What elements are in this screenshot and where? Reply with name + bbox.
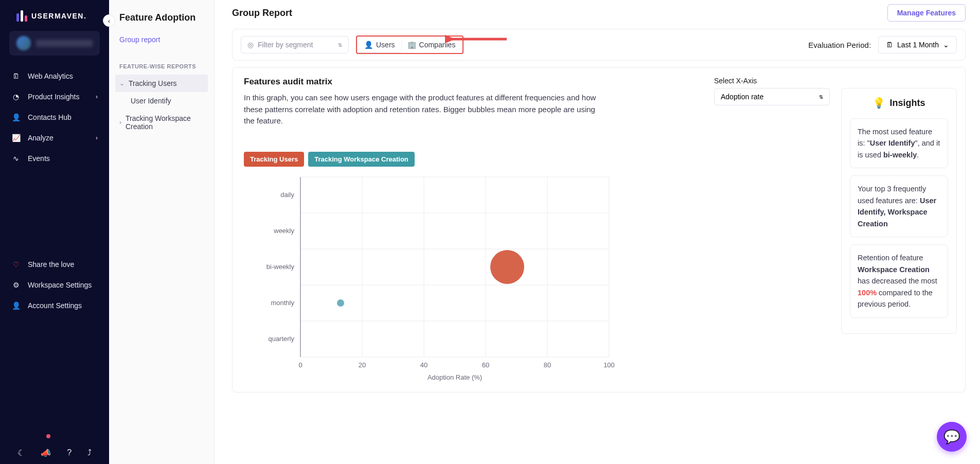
svg-point-26 [337, 299, 344, 307]
insight-card: Your top 3 frequently used features are:… [850, 175, 948, 237]
sec-item-tracking-users[interactable]: ⌄Tracking Users [115, 75, 208, 92]
secondary-sidebar: Feature Adoption Group report FEATURE-WI… [109, 0, 215, 464]
legend-tracking-workspace[interactable]: Tracking Workspace Creation [308, 152, 415, 167]
workspace-selector[interactable] [9, 31, 100, 56]
calendar-icon: 🗓 [11, 72, 21, 81]
updown-icon: ⇅ [338, 42, 342, 48]
legend-tracking-users[interactable]: Tracking Users [244, 152, 304, 167]
svg-text:100: 100 [603, 361, 615, 369]
chevron-down-icon: ⌄ [943, 41, 949, 49]
calendar-icon: 🗓 [886, 41, 893, 49]
chart-legend: Tracking Users Tracking Workspace Creati… [244, 152, 830, 167]
xaxis-select[interactable]: Adoption rate ⇅ [714, 88, 830, 105]
nav-web-analytics[interactable]: 🗓Web Analytics [0, 66, 109, 86]
target-icon: ◎ [247, 41, 254, 49]
page-title: Group Report [232, 8, 292, 19]
svg-text:0: 0 [298, 361, 302, 369]
svg-text:20: 20 [359, 361, 366, 369]
gear-icon: ⚙ [11, 280, 21, 290]
chevron-right-icon: › [119, 119, 121, 126]
svg-text:60: 60 [482, 361, 489, 369]
matrix-card: Features audit matrix In this graph, you… [232, 67, 966, 392]
theme-toggle-icon[interactable]: ☾ [17, 448, 25, 458]
section-heading: FEATURE-WISE REPORTS [115, 49, 208, 75]
user-icon: 👤 [364, 41, 373, 49]
svg-text:80: 80 [544, 361, 551, 369]
svg-text:daily: daily [280, 191, 294, 199]
collapse-sidebar-button[interactable]: ‹ [103, 14, 115, 27]
segment-filter[interactable]: ◎ Filter by segment ⇅ [241, 36, 349, 53]
evaluation-period-label: Evaluation Period: [808, 41, 871, 49]
account-icon: 👤 [11, 301, 21, 310]
help-icon[interactable]: ? [67, 448, 72, 458]
chat-icon: 💬 [943, 429, 960, 445]
xaxis-select-label: Select X-Axis [714, 77, 830, 85]
logout-icon[interactable]: ⤴ [87, 448, 92, 458]
logo-text: USERMAVEN. [31, 12, 86, 20]
updown-icon: ⇅ [819, 94, 823, 100]
primary-sidebar: USERMAVEN. ‹ 🗓Web Analytics ◔Product Ins… [0, 0, 109, 464]
matrix-description: In this graph, you can see how users eng… [244, 92, 604, 127]
period-selector[interactable]: 🗓 Last 1 Month ⌄ [878, 36, 957, 53]
chevron-down-icon: ⌄ [119, 80, 124, 87]
announce-icon[interactable]: 📣 [41, 448, 51, 458]
insight-card: Retention of feature Workspace Creation … [850, 244, 948, 317]
chart-icon: 📈 [11, 133, 21, 142]
sec-item-user-identify[interactable]: User Identify [115, 92, 208, 110]
nav-analyze[interactable]: 📈Analyze› [0, 128, 109, 148]
svg-text:quarterly: quarterly [268, 335, 294, 343]
insights-panel: 💡Insights The most used feature is: "Use… [841, 88, 957, 334]
svg-text:monthly: monthly [271, 299, 294, 307]
logo-mark [16, 10, 27, 22]
manage-features-button[interactable]: Manage Features [887, 4, 966, 22]
heart-icon: ♡ [11, 260, 21, 269]
group-report-link[interactable]: Group report [115, 30, 208, 49]
sec-item-tracking-workspace-creation[interactable]: ›Tracking Workspace Creation [115, 110, 208, 135]
workspace-name-blurred [36, 40, 93, 47]
toggle-companies[interactable]: 🏢Companies [401, 38, 462, 52]
chevron-right-icon: › [96, 93, 98, 100]
segment-placeholder: Filter by segment [258, 41, 313, 49]
filter-bar: ◎ Filter by segment ⇅ 👤Users 🏢Companies … [232, 29, 966, 61]
section-title: Feature Adoption [115, 10, 208, 30]
pie-icon: ◔ [11, 92, 21, 101]
notification-dot [46, 434, 50, 438]
insights-title: Insights [889, 98, 925, 109]
user-icon: 👤 [11, 113, 21, 122]
workspace-avatar [16, 36, 31, 50]
chat-fab[interactable]: 💬 [937, 422, 967, 452]
logo: USERMAVEN. [0, 0, 109, 31]
entity-toggle: 👤Users 🏢Companies [356, 35, 464, 54]
svg-point-25 [490, 250, 524, 284]
nav-account-settings[interactable]: 👤Account Settings [0, 295, 109, 316]
chevron-right-icon: › [96, 134, 98, 141]
nav-contacts-hub[interactable]: 👤Contacts Hub [0, 107, 109, 128]
insight-card: The most used feature is: "User Identify… [850, 118, 948, 168]
matrix-title: Features audit matrix [244, 77, 604, 87]
building-icon: 🏢 [407, 41, 416, 49]
svg-text:Adoption Rate (%): Adoption Rate (%) [427, 373, 482, 381]
primary-nav: 🗓Web Analytics ◔Product Insights› 👤Conta… [0, 62, 109, 250]
util-row: ☾ 📣 ? ⤴ [0, 442, 109, 464]
nav-workspace-settings[interactable]: ⚙Workspace Settings [0, 275, 109, 295]
bubble-chart: dailyweeklybi-weeklymonthlyquarterly0204… [259, 172, 830, 383]
svg-text:bi-weekly: bi-weekly [266, 263, 295, 271]
nav-product-insights[interactable]: ◔Product Insights› [0, 86, 109, 107]
nav-share-love[interactable]: ♡Share the love [0, 254, 109, 275]
toggle-users[interactable]: 👤Users [358, 38, 401, 52]
svg-text:40: 40 [420, 361, 427, 369]
nav-events[interactable]: ∿Events [0, 148, 109, 169]
pulse-icon: ∿ [11, 154, 21, 163]
bulb-icon: 💡 [872, 97, 885, 109]
primary-nav-bottom: ♡Share the love ⚙Workspace Settings 👤Acc… [0, 250, 109, 464]
svg-text:weekly: weekly [273, 227, 294, 235]
main-content: Group Report Manage Features ◎ Filter by… [215, 0, 980, 464]
